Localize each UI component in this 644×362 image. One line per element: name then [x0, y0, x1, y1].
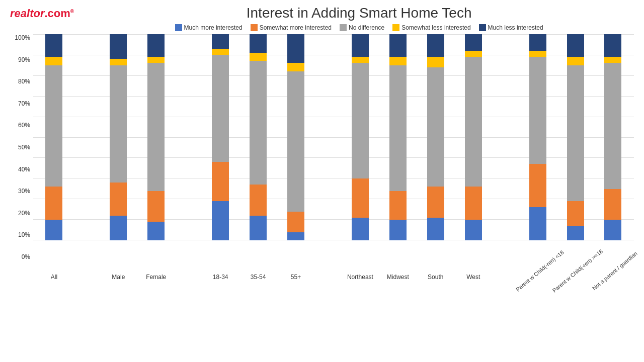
bar-segment-much_less: [567, 34, 584, 57]
y-axis-label: 0%: [22, 253, 30, 260]
y-axis-label: 20%: [18, 210, 30, 217]
bar[interactable]: [250, 34, 267, 240]
bar[interactable]: [529, 34, 546, 240]
bar-segment-much_more: [45, 220, 62, 240]
bar-segment-somewhat_less: [110, 59, 127, 65]
bar-label: South: [428, 274, 443, 281]
bar[interactable]: [465, 34, 482, 240]
legend-item-much_more: Much more interested: [175, 24, 243, 31]
legend-label-much_more: Much more interested: [184, 24, 243, 31]
bar-label: West: [466, 274, 480, 281]
bar-segment-somewhat_less: [147, 57, 165, 63]
bar[interactable]: [110, 34, 127, 240]
bar-segment-somewhat_less: [529, 51, 546, 57]
bar-segment-somewhat_less: [427, 57, 444, 67]
bar-segment-no_diff: [212, 55, 229, 162]
bar-segment-somewhat_more: [465, 187, 482, 220]
bar[interactable]: [147, 34, 165, 240]
bar-segment-no_diff: [287, 71, 304, 212]
bar-segment-somewhat_more: [110, 183, 127, 216]
bar[interactable]: [352, 34, 369, 240]
bar-segment-much_more: [389, 220, 407, 240]
legend-swatch-much_less: [479, 24, 486, 31]
bar-segment-much_less: [45, 34, 62, 57]
bar-segment-much_more: [212, 201, 229, 240]
bar-segment-no_diff: [45, 65, 62, 187]
bar-wrapper: Not a parent / guardian: [604, 34, 621, 240]
bar-segment-much_more: [427, 218, 444, 240]
bar-segment-somewhat_more: [389, 191, 407, 220]
bar[interactable]: [427, 34, 444, 240]
bar-label: All: [51, 274, 57, 281]
bar-wrapper: Parent w Child(-ren) <18: [529, 34, 546, 240]
header: realtor.com® Interest in Adding Smart Ho…: [10, 5, 634, 31]
page-container: realtor.com® Interest in Adding Smart Ho…: [0, 0, 644, 362]
bar-segment-no_diff: [567, 65, 584, 202]
bar-wrapper: West: [465, 34, 482, 240]
bar-segment-somewhat_less: [465, 51, 482, 57]
bar-label: Male: [112, 274, 125, 281]
bar-label: Northeast: [347, 274, 373, 281]
legend-swatch-somewhat_more: [251, 24, 258, 31]
bar-segment-somewhat_less: [352, 57, 369, 63]
bar-wrapper: 18-34: [212, 34, 229, 240]
bar-wrapper: Parent w Child(-ren) >=18: [567, 34, 584, 240]
bar[interactable]: [389, 34, 407, 240]
y-axis-label: 40%: [18, 166, 30, 173]
bar-wrapper: Midwest: [389, 34, 407, 240]
bar-segment-somewhat_more: [567, 201, 584, 226]
legend-label-no_diff: No difference: [349, 24, 384, 31]
bar-segment-somewhat_more: [147, 191, 165, 222]
bar-label: Midwest: [387, 274, 409, 281]
bar[interactable]: [287, 34, 304, 240]
bar-segment-somewhat_less: [567, 57, 584, 65]
bar-segment-much_less: [427, 34, 444, 57]
bar-segment-somewhat_less: [604, 57, 621, 63]
bar-segment-much_less: [389, 34, 407, 57]
bar-segment-somewhat_more: [427, 187, 444, 218]
y-axis-label: 70%: [18, 100, 30, 107]
bar-wrapper: All: [45, 34, 62, 240]
legend-item-somewhat_more: Somewhat more interested: [251, 24, 332, 31]
bar-segment-much_less: [287, 34, 304, 63]
bar-segment-somewhat_less: [287, 63, 304, 71]
bar-segment-somewhat_less: [389, 57, 407, 65]
bar-segment-no_diff: [529, 57, 546, 164]
bar-segment-much_less: [604, 34, 621, 57]
bar[interactable]: [567, 34, 584, 240]
bar-segment-somewhat_less: [45, 57, 62, 65]
bar-segment-much_less: [465, 34, 482, 51]
bar-segment-much_more: [529, 207, 546, 240]
bar-wrapper: Female: [147, 34, 165, 240]
bar-segment-much_less: [529, 34, 546, 51]
y-axis-label: 30%: [18, 188, 30, 195]
bar-segment-much_more: [604, 220, 621, 240]
bar-segment-somewhat_more: [250, 185, 267, 216]
bar-wrapper: South: [427, 34, 444, 240]
bar-wrapper: 35-54: [250, 34, 267, 240]
y-axis-label: 100%: [15, 34, 30, 41]
y-axis-label: 50%: [18, 144, 30, 151]
bar-segment-somewhat_more: [287, 212, 304, 232]
bar[interactable]: [604, 34, 621, 240]
bar[interactable]: [212, 34, 229, 240]
bar-segment-much_less: [147, 34, 165, 57]
legend-swatch-much_more: [175, 24, 182, 31]
legend: Much more interestedSomewhat more intere…: [84, 24, 634, 31]
bar-wrapper: Male: [110, 34, 127, 240]
bar-segment-no_diff: [427, 67, 444, 187]
bar-segment-somewhat_more: [604, 189, 621, 220]
bar-label: 18-34: [213, 274, 228, 281]
bar[interactable]: [45, 34, 62, 240]
legend-label-somewhat_less: Somewhat less interested: [401, 24, 470, 31]
chart-title: Interest in Adding Smart Home Tech: [84, 5, 634, 21]
legend-swatch-no_diff: [340, 24, 347, 31]
bar-segment-no_diff: [465, 57, 482, 187]
bar-segment-somewhat_more: [45, 187, 62, 220]
bar-segment-much_more: [352, 218, 369, 240]
chart-inner: AllMaleFemale18-3435-5455+NortheastMidwe…: [33, 34, 634, 281]
bar-segment-no_diff: [110, 65, 127, 183]
bar-wrapper: 55+: [287, 34, 304, 240]
logo: realtor.com®: [10, 7, 74, 20]
legend-item-somewhat_less: Somewhat less interested: [392, 24, 470, 31]
